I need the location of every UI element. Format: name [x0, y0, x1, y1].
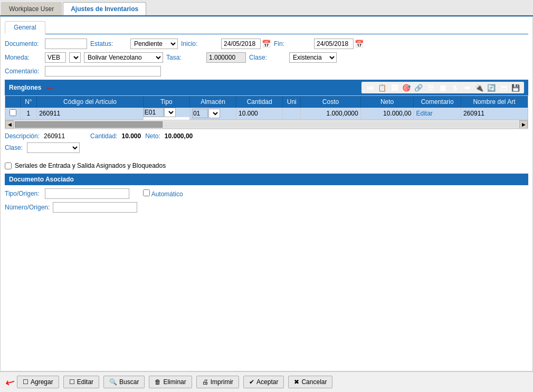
row-codigo-cell[interactable]: [37, 108, 144, 120]
row-checkbox[interactable]: [8, 109, 18, 116]
target-icon[interactable]: 🎯: [401, 83, 412, 92]
row-comentario-link[interactable]: Editar: [416, 110, 432, 117]
link-icon[interactable]: 🔗: [413, 83, 424, 92]
tab-workplace[interactable]: Workplace User: [1, 2, 62, 15]
clase-select[interactable]: Existencia: [289, 52, 337, 63]
col-nombre: Nombre del Art: [461, 97, 527, 108]
tipo-origen-input[interactable]: [45, 188, 129, 199]
agregar-button[interactable]: ☐ Agregar: [17, 376, 59, 388]
eliminar-button[interactable]: 🗑 Eliminar: [149, 376, 192, 388]
inicio-input[interactable]: 24/05/2018: [221, 39, 261, 49]
cancelar-button[interactable]: ✖ Cancelar: [288, 376, 332, 388]
image-icon[interactable]: 🖼: [389, 83, 399, 92]
row-almacen-select[interactable]: ▼: [208, 109, 220, 118]
grid-icon[interactable]: ▦: [437, 83, 448, 92]
list-icon[interactable]: ☰: [425, 83, 436, 92]
aceptar-button[interactable]: ✔ Aceptar: [243, 376, 284, 388]
col-tipo: Tipo: [143, 97, 189, 108]
form-row-3: Comentario:: [5, 66, 528, 77]
automatico-label: Automático: [151, 190, 183, 198]
dollar-icon[interactable]: $: [450, 83, 460, 92]
automatico-area: Automático: [143, 189, 183, 198]
imprimir-button[interactable]: 🖨 Imprimir: [196, 376, 239, 388]
buscar-icon: 🔍: [109, 378, 117, 386]
doc-asociado-row-1: Tipo/Origen: Automático: [5, 188, 528, 199]
main-content: General Documento: Estatus: Pendiente In…: [0, 16, 533, 372]
bottom-toolbar: ↙ ☐ Agregar ☐ Editar 🔍 Buscar 🗑 Eliminar…: [0, 371, 533, 392]
col-cantidad: Cantidad: [236, 97, 283, 108]
eliminar-label: Eliminar: [163, 378, 186, 386]
row-tipo-cell[interactable]: ▼: [144, 108, 189, 117]
cancelar-icon: ✖: [294, 378, 299, 386]
copy-icon[interactable]: 📋: [377, 83, 387, 92]
descripcion-value: 260911: [44, 132, 65, 140]
moneda-code-input[interactable]: VEB: [45, 52, 66, 63]
seriales-checkbox[interactable]: [5, 162, 12, 169]
detail-section: Descripción: 260911 Cantidad: 10.000 Net…: [5, 129, 528, 159]
seriales-row: Seriales de Entrada y Salida Asignados y…: [5, 162, 528, 169]
tab-ajustes[interactable]: Ajustes de Inventarios: [63, 2, 146, 15]
row-almacen-input[interactable]: [192, 109, 208, 118]
comentario-label: Comentario:: [5, 68, 42, 75]
row-neto-cell: 10.000,00: [360, 108, 414, 120]
nav-first-icon[interactable]: ⏮: [365, 83, 375, 92]
eliminar-icon: 🗑: [155, 378, 161, 386]
estatus-select[interactable]: Pendiente: [130, 39, 178, 49]
editar-label: Editar: [77, 378, 93, 386]
scroll-track[interactable]: [15, 121, 518, 128]
renglones-title: Renglones ←: [9, 82, 55, 93]
plugin-icon[interactable]: 🔌: [474, 83, 484, 92]
inicio-date-field: 24/05/2018 📅: [221, 39, 271, 49]
row-num-cell: 1: [20, 108, 36, 120]
row-codigo-input[interactable]: [39, 110, 141, 117]
row-checkbox-cell[interactable]: [6, 108, 21, 120]
automatico-checkbox[interactable]: [143, 189, 150, 196]
row-cantidad-cell[interactable]: [236, 108, 283, 120]
scroll-left-btn[interactable]: ◀: [5, 120, 14, 129]
clase-detail-select[interactable]: [27, 142, 80, 153]
moneda-name-select[interactable]: Bolivar Venezolano: [84, 52, 163, 63]
row-comentario-cell[interactable]: Editar: [414, 108, 461, 120]
buscar-label: Buscar: [119, 378, 139, 386]
numero-origen-label: Número/Origen:: [5, 204, 50, 211]
neto-value-detail: 10.000,00: [165, 132, 193, 140]
documento-input[interactable]: [45, 39, 87, 49]
row-uni-cell: [283, 108, 301, 120]
row-costo-cell: 1.000,0000: [301, 108, 360, 120]
col-checkbox: [6, 97, 21, 108]
editar-button[interactable]: ☐ Editar: [63, 376, 99, 388]
table-row[interactable]: 1 ▼ ▼: [6, 108, 528, 120]
form-row-2: Moneda: VEB ▼ Bolivar Venezolano Tasa: 1…: [5, 52, 528, 63]
inicio-calendar-icon[interactable]: 📅: [262, 40, 271, 48]
scroll-right-btn[interactable]: ▶: [519, 120, 528, 129]
db-icon[interactable]: 🗃: [498, 83, 509, 92]
numero-origen-input[interactable]: [53, 202, 137, 213]
col-almacen: Almacén: [189, 97, 236, 108]
agregar-label: Agregar: [31, 378, 53, 386]
buscar-button[interactable]: 🔍 Buscar: [103, 376, 145, 388]
estatus-label: Estatus:: [90, 40, 127, 47]
arrow-right-icon[interactable]: ➡: [462, 83, 472, 92]
horizontal-scrollbar[interactable]: ◀ ▶: [5, 120, 528, 128]
fin-calendar-icon[interactable]: 📅: [355, 40, 364, 48]
row-tipo-input[interactable]: [144, 108, 164, 117]
seriales-label: Seriales de Entrada y Salida Asignados y…: [15, 162, 166, 169]
fin-input[interactable]: 24/05/2018: [314, 39, 354, 49]
moneda-code-select[interactable]: ▼: [69, 52, 81, 63]
detail-row-1: Descripción: 260911 Cantidad: 10.000 Net…: [5, 132, 528, 140]
refresh-icon[interactable]: 🔄: [486, 83, 497, 92]
save-icon[interactable]: 💾: [510, 83, 521, 92]
col-num: N°: [20, 97, 36, 108]
tipo-origen-label: Tipo/Origen:: [5, 190, 42, 197]
row-tipo-select[interactable]: ▼: [164, 108, 176, 117]
comentario-input[interactable]: [45, 66, 161, 77]
editar-icon: ☐: [69, 378, 75, 386]
row-almacen-cell[interactable]: ▼: [189, 108, 236, 120]
col-costo: Costo: [301, 97, 360, 108]
row-cantidad-input[interactable]: [239, 110, 280, 117]
renglones-left: Renglones ← ⏮ 📋 🖼 🎯 🔗 ☰ ▦ $ ➡ 🔌 🔄 🗃: [5, 80, 528, 129]
tab-general[interactable]: General: [5, 21, 45, 34]
scroll-thumb[interactable]: [15, 121, 163, 128]
doc-asociado-row-2: Número/Origen:: [5, 202, 528, 213]
clase-detail-label: Clase:: [5, 144, 23, 151]
